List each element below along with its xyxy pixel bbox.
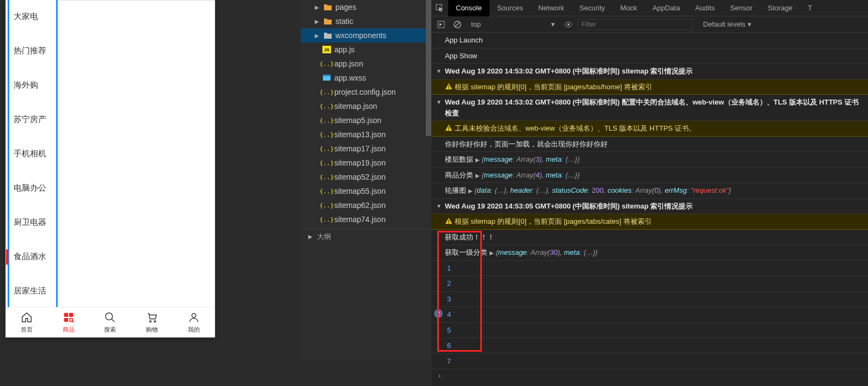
folder-label: pages — [335, 3, 356, 11]
tab-goods[interactable]: 商品 — [48, 308, 90, 337]
filter-input[interactable] — [578, 19, 692, 30]
file-app.js[interactable]: JSapp.js — [301, 42, 431, 57]
file-sitemap.json[interactable]: {..}sitemap.json — [301, 99, 431, 113]
devtools-tab-mock[interactable]: Mock — [613, 0, 645, 16]
svg-rect-1 — [69, 313, 73, 316]
devtools-tab-appdata[interactable]: AppData — [645, 0, 688, 16]
file-sitemap52.json[interactable]: {..}sitemap52.json — [301, 170, 431, 184]
wxss-file-icon — [322, 73, 331, 82]
console-log-row[interactable]: 工具未校验合法域名、web-view（业务域名）、TLS 版本以及 HTTPS … — [432, 121, 868, 137]
expand-icon[interactable]: ▶ — [475, 173, 480, 179]
inspect-icon[interactable] — [432, 0, 448, 16]
console-log-row[interactable]: App Launch — [432, 33, 868, 48]
console-log-row[interactable]: 根据 sitemap 的规则[0]，当前页面 [pages/tabs/home]… — [432, 79, 868, 95]
file-label: sitemap5.json — [334, 116, 381, 125]
svg-rect-21 — [448, 219, 449, 222]
console-log-row[interactable]: App Show — [432, 48, 868, 64]
category-item[interactable]: 海外购 — [9, 68, 56, 102]
tab-home[interactable]: 首页 — [6, 308, 48, 337]
devtools-tab-storage[interactable]: Storage — [760, 0, 800, 16]
svg-line-4 — [72, 321, 74, 322]
expand-icon[interactable]: ▶ — [468, 188, 473, 194]
file-label: sitemap62.json — [334, 201, 386, 210]
file-sitemap19.json[interactable]: {..}sitemap19.json — [301, 156, 431, 170]
expand-icon[interactable]: ▼ — [436, 67, 442, 75]
console-log-row[interactable]: 6 — [432, 338, 868, 354]
chevron-right-icon: › — [438, 371, 441, 379]
folder-pages[interactable]: ▶pages — [301, 0, 431, 14]
category-item[interactable]: 大家电 — [9, 0, 56, 34]
console-log-row[interactable]: 获取成功！！！ — [432, 230, 868, 246]
devtools-tab-sensor[interactable]: Sensor — [723, 0, 760, 16]
clear-console-icon[interactable] — [450, 17, 464, 32]
expand-icon[interactable]: ▼ — [436, 98, 442, 106]
console-log-row[interactable]: ▼Wed Aug 19 2020 14:53:02 GMT+0800 (中国标准… — [432, 95, 868, 121]
category-item[interactable]: 食品酒水 — [9, 240, 56, 274]
console-log-row[interactable]: 获取一级分类 ▶ {message: Array(30), meta: {…}} — [432, 245, 868, 261]
outline-label: 大纲 — [317, 232, 331, 242]
tab-cart[interactable]: 购物 — [131, 308, 173, 337]
devtools-tab-network[interactable]: Network — [530, 0, 572, 16]
devtools-tab-console[interactable]: Console — [448, 0, 490, 16]
file-app.wxss[interactable]: app.wxss — [301, 71, 431, 85]
console-log-row[interactable]: 3 — [432, 292, 868, 308]
console-log-row[interactable]: 24 — [432, 307, 868, 323]
outline-section[interactable]: ▶大纲 — [301, 229, 431, 244]
devtools-tabs: ConsoleSourcesNetworkSecurityMockAppData… — [432, 0, 868, 16]
console-log-row[interactable]: 5 — [432, 323, 868, 339]
expand-icon[interactable]: ▶ — [475, 157, 480, 163]
category-item[interactable]: 热门推荐 — [9, 34, 56, 68]
file-project.config.json[interactable]: {..}project.config.json — [301, 85, 431, 99]
category-item[interactable]: 电脑办公 — [9, 171, 56, 205]
scrollbar[interactable] — [426, 0, 431, 359]
file-sitemap74.json[interactable]: {..}sitemap74.json — [301, 212, 431, 226]
expand-icon[interactable]: ▶ — [490, 250, 494, 256]
json-file-icon: {..} — [322, 130, 331, 139]
file-label: app.wxss — [334, 73, 366, 82]
devtools-tab-sources[interactable]: Sources — [490, 0, 531, 16]
json-file-icon: {..} — [322, 215, 331, 224]
file-label: app.json — [334, 59, 363, 68]
file-sitemap13.json[interactable]: {..}sitemap13.json — [301, 127, 431, 142]
file-sitemap5.json[interactable]: {..}sitemap5.json — [301, 113, 431, 127]
console-log-row[interactable]: 根据 sitemap 的规则[0]，当前页面 [pages/tabs/cates… — [432, 214, 868, 230]
console-log-row[interactable]: 你好你好你好，页面一加载，就会出现你好你好你好 — [432, 137, 868, 152]
file-app.json[interactable]: {..}app.json — [301, 57, 431, 71]
console-log-row[interactable]: 商品分类 ▶ {message: Array(4), meta: {…}} — [432, 168, 868, 183]
tab-label: 商品 — [63, 326, 75, 334]
category-item[interactable]: 厨卫电器 — [9, 205, 56, 240]
toggle-sidebar-icon[interactable] — [434, 17, 448, 32]
folder-static[interactable]: ▶static — [301, 14, 431, 28]
console-log-row[interactable]: 轮播图 ▶ {data: {…}, header: {…}, statusCod… — [432, 183, 868, 199]
console-prompt[interactable]: › — [432, 369, 868, 382]
console-log-row[interactable]: 2 — [432, 276, 868, 292]
file-sitemap17.json[interactable]: {..}sitemap17.json — [301, 142, 431, 156]
chevron-right-icon: ▶ — [314, 33, 320, 39]
console-log-row[interactable]: 7 — [432, 354, 868, 370]
search-icon — [104, 311, 116, 324]
devtools-tab-t[interactable]: T — [800, 0, 820, 16]
console-log-row[interactable]: ▼Wed Aug 19 2020 14:53:02 GMT+0800 (中国标准… — [432, 64, 868, 79]
folder-wxcomponents[interactable]: ▶wxcomponents — [301, 28, 431, 42]
console-log-row[interactable]: 1 — [432, 261, 868, 277]
console-log-row[interactable]: 楼层数据 ▶ {message: Array(3), meta: {…}} — [432, 152, 868, 168]
category-item[interactable]: 苏宁房产 — [9, 102, 56, 137]
devtools-tab-security[interactable]: Security — [572, 0, 613, 16]
devtools-tab-audits[interactable]: Audits — [688, 0, 723, 16]
file-sitemap62.json[interactable]: {..}sitemap62.json — [301, 198, 431, 212]
svg-rect-11 — [323, 75, 331, 76]
log-levels-selector[interactable]: Default levels ▾ — [699, 20, 756, 28]
levels-label: Default levels ▾ — [703, 20, 751, 28]
category-item[interactable]: 手机相机 — [9, 137, 56, 171]
svg-line-15 — [455, 22, 460, 27]
console-log-row[interactable]: ▼Wed Aug 19 2020 14:53:05 GMT+0800 (中国标准… — [432, 199, 868, 215]
eye-icon[interactable] — [561, 17, 576, 32]
svg-point-16 — [567, 23, 570, 26]
expand-icon[interactable]: ▼ — [436, 202, 442, 210]
repeat-count-badge: 2 — [434, 309, 443, 318]
category-item[interactable]: 居家生活 — [9, 274, 56, 308]
tab-search[interactable]: 搜索 — [89, 308, 131, 337]
tab-me[interactable]: 我的 — [173, 308, 215, 337]
context-selector[interactable]: top ▾ — [467, 20, 559, 28]
file-sitemap55.json[interactable]: {..}sitemap55.json — [301, 184, 431, 198]
